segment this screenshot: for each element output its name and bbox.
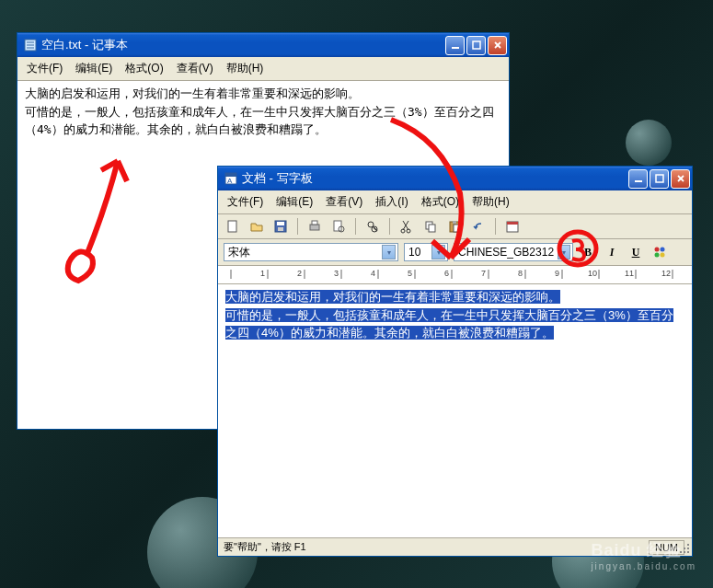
wordpad-formatbar: 宋体 ▾ 10 ▾ CHINESE_GB2312 ▾ B I U	[218, 239, 692, 266]
menu-file[interactable]: 文件(F)	[222, 192, 269, 212]
print-preview-button[interactable]	[329, 217, 348, 236]
svg-rect-15	[228, 221, 236, 232]
svg-rect-4	[452, 47, 459, 49]
selected-text-line: 可惜的是，一般人，包括孩童和成年人，在一生中只发挥大脑百分之三（3%）至百分之四…	[225, 308, 673, 340]
watermark: Baidu 经验 jingyan.baidu.com	[591, 539, 696, 571]
ruler-mark: 7	[481, 269, 486, 278]
print-button[interactable]	[305, 217, 324, 236]
italic-button[interactable]: I	[603, 243, 621, 261]
svg-rect-34	[454, 225, 460, 232]
ruler[interactable]: 1 2 3 4 5 6 7 8 9 10 11 12	[218, 266, 692, 284]
cut-button[interactable]	[397, 217, 416, 236]
svg-point-38	[661, 248, 665, 252]
chevron-down-icon: ▾	[431, 245, 445, 259]
menu-edit[interactable]: 编辑(E)	[270, 192, 318, 212]
ruler-mark: 11	[625, 269, 634, 278]
ruler-mark: 9	[555, 269, 559, 278]
toolbar-separator	[355, 218, 356, 235]
close-button[interactable]	[671, 169, 690, 189]
charset-combo[interactable]: CHINESE_GB2312 ▾	[454, 243, 573, 261]
svg-point-40	[661, 253, 665, 258]
undo-button[interactable]	[469, 217, 488, 236]
underline-button[interactable]: U	[627, 243, 645, 261]
text-line: 大脑的启发和运用，对我们的一生有着非常重要和深远的影响。	[25, 85, 501, 103]
ruler-mark: 12	[661, 269, 671, 278]
svg-rect-33	[453, 221, 456, 224]
font-size-value: 10	[408, 246, 420, 259]
menu-help[interactable]: 帮助(H)	[466, 192, 515, 212]
svg-rect-5	[473, 41, 480, 49]
svg-rect-18	[278, 227, 283, 231]
toolbar-separator	[297, 218, 298, 235]
font-size-combo[interactable]: 10 ▾	[404, 243, 448, 261]
ruler-mark: 1	[260, 269, 265, 278]
menu-edit[interactable]: 编辑(E)	[70, 59, 118, 78]
svg-rect-12	[656, 175, 663, 182]
svg-point-39	[655, 253, 660, 258]
paste-button[interactable]	[445, 217, 464, 236]
text-line: 可惜的是，一般人，包括孩童和成年人，在一生中只发挥大脑百分之三（3%）至百分之四…	[25, 103, 501, 139]
notepad-titlebar[interactable]: 空白.txt - 记事本	[17, 33, 509, 57]
wordpad-titlebar[interactable]: A 文档 - 写字板	[218, 167, 692, 190]
color-button[interactable]	[650, 243, 669, 261]
menu-file[interactable]: 文件(F)	[21, 59, 68, 78]
charset-value: CHINESE_GB2312	[458, 246, 554, 259]
toolbar-separator	[389, 218, 390, 235]
notepad-icon	[23, 38, 38, 52]
svg-rect-21	[334, 221, 341, 231]
ruler-mark: 10	[588, 269, 597, 278]
toolbar-separator	[495, 218, 496, 235]
menu-insert[interactable]: 插入(I)	[370, 192, 413, 212]
svg-rect-19	[310, 225, 319, 230]
wordpad-icon: A	[224, 171, 238, 186]
watermark-url: jingyan.baidu.com	[591, 561, 696, 571]
ruler-mark: 5	[408, 269, 412, 278]
close-button[interactable]	[488, 36, 507, 55]
save-button[interactable]	[271, 217, 290, 236]
desktop-droplet	[626, 120, 672, 166]
minimize-button[interactable]	[445, 36, 465, 55]
ruler-mark: 4	[371, 269, 375, 278]
chevron-down-icon: ▾	[558, 245, 570, 259]
menu-help[interactable]: 帮助(H)	[221, 59, 270, 78]
datetime-button[interactable]	[503, 217, 522, 236]
menu-format[interactable]: 格式(O)	[416, 192, 465, 212]
notepad-menubar: 文件(F) 编辑(E) 格式(O) 查看(V) 帮助(H)	[17, 57, 509, 81]
notepad-title: 空白.txt - 记事本	[41, 37, 445, 53]
wordpad-toolbar	[218, 214, 692, 239]
ruler-mark: 3	[334, 269, 339, 278]
svg-rect-11	[635, 180, 642, 182]
font-name-combo[interactable]: 宋体 ▾	[224, 243, 398, 261]
minimize-button[interactable]	[628, 169, 648, 189]
menu-format[interactable]: 格式(O)	[120, 59, 168, 78]
find-button[interactable]	[363, 217, 382, 236]
menu-view[interactable]: 查看(V)	[320, 192, 368, 212]
font-name-value: 宋体	[228, 245, 250, 260]
maximize-button[interactable]	[650, 169, 669, 189]
status-help-text: 要"帮助"，请按 F1	[224, 540, 306, 554]
wordpad-window: A 文档 - 写字板 文件(F) 编辑(E) 查看(V) 插入(I) 格式(O)…	[217, 166, 693, 557]
selected-text-line: 大脑的启发和运用，对我们的一生有着非常重要和深远的影响。	[225, 290, 560, 304]
open-button[interactable]	[247, 217, 266, 236]
ruler-mark: 2	[297, 269, 302, 278]
copy-button[interactable]	[421, 217, 440, 236]
maximize-button[interactable]	[466, 36, 486, 55]
wordpad-menubar: 文件(F) 编辑(E) 查看(V) 插入(I) 格式(O) 帮助(H)	[218, 190, 692, 214]
ruler-mark: 6	[444, 269, 449, 278]
svg-point-37	[655, 248, 660, 252]
svg-rect-31	[429, 225, 435, 232]
ruler-mark: 8	[518, 269, 523, 278]
menu-view[interactable]: 查看(V)	[171, 59, 219, 78]
svg-rect-17	[277, 222, 284, 225]
chevron-down-icon: ▾	[382, 245, 396, 259]
wordpad-textarea[interactable]: 大脑的启发和运用，对我们的一生有着非常重要和深远的影响。 可惜的是，一般人，包括…	[218, 284, 692, 537]
watermark-brand: Baidu 经验	[591, 541, 682, 559]
wordpad-title: 文档 - 写字板	[242, 170, 628, 187]
svg-text:A: A	[227, 177, 233, 185]
bold-button[interactable]: B	[579, 243, 597, 261]
new-button[interactable]	[224, 217, 242, 236]
svg-rect-20	[312, 221, 317, 225]
svg-rect-36	[507, 222, 518, 225]
